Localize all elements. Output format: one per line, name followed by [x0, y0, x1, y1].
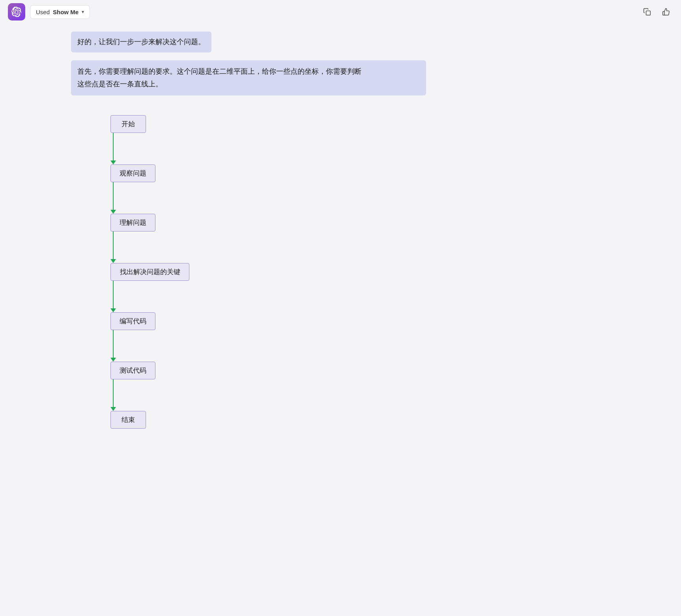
- openai-logo-svg: [11, 7, 22, 17]
- thumbs-up-icon: [662, 8, 670, 16]
- flow-arrow-4: [110, 281, 116, 312]
- arrow-head: [110, 407, 116, 411]
- copy-icon: [643, 8, 651, 16]
- flow-arrow-6: [110, 379, 116, 411]
- thumbs-up-button[interactable]: [659, 5, 673, 19]
- flow-node-find-key: 找出解决问题的关键: [110, 263, 189, 281]
- arrow-head: [110, 259, 116, 263]
- content-area: 好的，让我们一步一步来解决这个问题。 首先，你需要理解问题的要求。这个问题是在二…: [0, 24, 681, 444]
- description-text: 首先，你需要理解问题的要求。这个问题是在二维平面上，给你一些点的坐标，你需要判断…: [71, 60, 426, 95]
- flowchart: 开始 观察问题 理解问题 找出解决问题的关键: [110, 111, 649, 429]
- openai-logo: [8, 3, 25, 21]
- description-text-content: 首先，你需要理解问题的要求。这个问题是在二维平面上，给你一些点的坐标，你需要判断…: [77, 67, 361, 88]
- flow-arrow-5: [110, 330, 116, 362]
- arrow-line: [113, 182, 114, 210]
- arrow-head: [110, 210, 116, 214]
- arrow-line: [113, 133, 114, 161]
- flow-node-understand: 理解问题: [110, 214, 155, 231]
- flow-node-write-code: 编写代码: [110, 312, 155, 330]
- flow-arrow-3: [110, 231, 116, 263]
- flow-node-end: 结束: [110, 411, 146, 429]
- top-bar-left: Used Show Me ▾: [8, 3, 90, 21]
- copy-button[interactable]: [640, 5, 654, 19]
- arrow-head: [110, 308, 116, 312]
- top-bar-right: [640, 5, 673, 19]
- svg-rect-0: [646, 11, 651, 15]
- arrow-line: [113, 231, 114, 259]
- flow-arrow-2: [110, 182, 116, 214]
- flow-node-test-code: 测试代码: [110, 362, 155, 379]
- used-label: Used: [36, 9, 50, 15]
- arrow-line: [113, 281, 114, 308]
- flow-node-start: 开始: [110, 115, 146, 133]
- arrow-head: [110, 358, 116, 362]
- arrow-head: [110, 161, 116, 164]
- intro-text: 好的，让我们一步一步来解决这个问题。: [71, 32, 211, 52]
- show-me-label: Show Me: [53, 9, 79, 15]
- used-show-me-button[interactable]: Used Show Me ▾: [30, 5, 90, 19]
- top-bar: Used Show Me ▾: [0, 0, 681, 24]
- arrow-line: [113, 330, 114, 358]
- flow-node-observe: 观察问题: [110, 164, 155, 182]
- arrow-line: [113, 379, 114, 407]
- chevron-down-icon: ▾: [82, 9, 84, 15]
- flow-arrow-1: [110, 133, 116, 164]
